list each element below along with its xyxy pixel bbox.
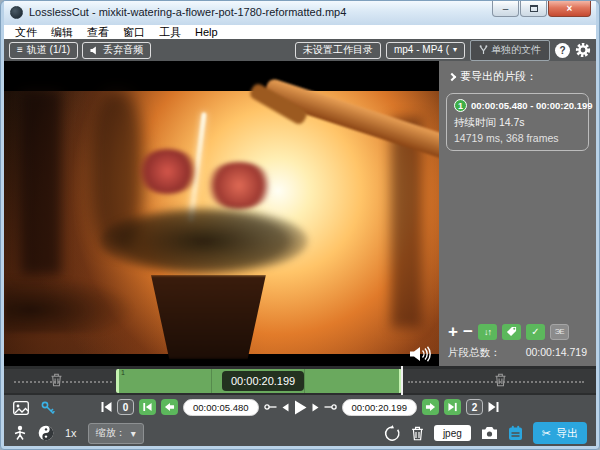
export-button[interactable]: ✂ 导出 [533,422,587,444]
screenshot-mode-icon[interactable] [13,401,29,415]
timeline[interactable]: 1 00:00:20.199 [4,366,596,395]
chevron-down-icon: ▾ [131,428,136,439]
app-window: LosslessCut - mixkit-watering-a-flower-p… [0,0,600,450]
timeline-track[interactable]: 1 00:00:20.199 [4,369,596,393]
trash-icon [494,373,507,387]
total-segments-value: 00:00:14.719 [526,346,587,360]
flower [135,149,200,194]
flower-pot [143,275,274,359]
window-title: LosslessCut - mixkit-watering-a-flower-p… [29,6,346,18]
speaker-mute-icon [90,46,99,55]
key-left-icon[interactable] [264,402,277,412]
scissors-icon: ✂ [542,427,551,440]
maximize-icon [530,5,538,12]
jump-end-button[interactable]: 2 [466,399,483,415]
select-segments-button[interactable]: ✓ [526,324,545,340]
label-segment-button[interactable] [502,324,521,340]
segments-header[interactable]: 要导出的片段： [439,61,596,88]
video-frame [4,91,439,354]
segment-details: 14719 ms, 368 frames [454,132,581,144]
timeline-zoom-dropdown[interactable]: 缩放： ▾ [88,423,144,444]
bottom-bar: 1x 缩放： ▾ jpeg ✂ [4,420,596,446]
person-icon[interactable] [13,425,27,441]
title-bar[interactable]: LosslessCut - mixkit-watering-a-flower-p… [4,1,596,25]
segment-start-field[interactable]: 00:00:05.480 [183,399,258,416]
separate-files-toggle[interactable]: 单独的文件 [470,40,550,61]
jump-file-start-icon[interactable] [101,401,112,413]
set-segment-start-button[interactable] [161,399,178,415]
trash-icon [50,373,63,387]
yin-yang-icon[interactable] [38,425,54,441]
tag-icon [506,326,517,337]
jump-file-end-icon[interactable] [488,401,499,413]
segment-card[interactable]: 1 00:00:05.480 - 00:00:20.199 持续时间 14.7s… [446,93,589,151]
jump-zero-button[interactable]: 0 [117,399,134,415]
sort-segments-button[interactable]: ↓↑ [478,324,497,340]
tracks-button[interactable]: ≡ 轨道 (1/1) [9,42,78,59]
flower [204,162,274,209]
hamburger-icon: ≡ [17,45,23,55]
chevron-right-icon [448,72,456,80]
total-segments-label: 片段总数： [448,346,501,360]
gear-icon[interactable] [575,42,591,58]
current-time-tooltip: 00:00:20.199 [222,371,304,391]
menu-file[interactable]: 文件 [9,25,43,39]
seek-prev-keyframe-button[interactable] [139,399,156,415]
segment-actions: + − ↓↑ ✓ ЭЕ [439,323,596,340]
set-segment-end-button[interactable] [422,399,439,415]
sort-icon: ↓↑ [484,327,491,337]
segment-mode-icon: ЭЕ [555,327,564,336]
capture-format-button[interactable]: jpeg [434,425,471,441]
keyframe-toggle-icon[interactable] [41,401,55,415]
segment-number-badge: 1 [454,99,467,112]
prev-frame-icon[interactable] [282,403,289,412]
maximize-button[interactable] [520,1,547,17]
fork-icon [479,45,488,55]
segment-range: 00:00:05.480 - 00:00:20.199 [471,100,592,111]
playback-speed: 1x [65,427,77,439]
menu-tools[interactable]: 工具 [153,25,187,39]
menu-window[interactable]: 窗口 [117,25,151,39]
remove-segment-button[interactable]: − [463,323,473,340]
toolbar: ≡ 轨道 (1/1) 丢弃音频 未设置工作目录 mp4 - MP4 ( ▾ [4,39,596,61]
seek-next-keyframe-button[interactable] [444,399,461,415]
app-icon [10,6,23,19]
rotate-icon[interactable] [384,425,401,442]
menu-bar: 文件 编辑 查看 窗口 工具 Help [4,25,596,39]
close-button[interactable]: × [548,1,591,17]
key-right-icon[interactable] [324,402,337,412]
menu-edit[interactable]: 编辑 [45,25,79,39]
segment-mode-button[interactable]: ЭЕ [550,324,569,340]
playhead[interactable] [401,366,403,395]
minimize-button[interactable]: – [492,1,519,17]
menu-help[interactable]: Help [189,25,224,39]
leaves [100,207,309,275]
segment-duration: 持续时间 14.7s [454,116,581,130]
segment-index-label: 1 [121,369,125,376]
transport-bar: 0 00:00:05.480 [4,395,596,420]
chevron-down-icon: ▾ [453,46,457,54]
segment-end-field[interactable]: 00:00:20.199 [342,399,417,416]
minimize-icon: – [503,4,509,14]
close-icon: × [567,4,573,14]
check-icon: ✓ [531,326,539,337]
help-button[interactable]: ? [555,43,570,58]
camera-icon[interactable] [481,426,498,440]
menu-view[interactable]: 查看 [81,25,115,39]
trash-icon[interactable] [411,426,424,441]
play-button[interactable] [294,400,307,415]
segments-panel: 要导出的片段： 1 00:00:05.480 - 00:00:20.199 持续… [439,61,596,366]
next-frame-icon[interactable] [312,403,319,412]
video-preview[interactable] [4,61,439,366]
working-dir-button[interactable]: 未设置工作目录 [295,42,381,59]
output-format-dropdown[interactable]: mp4 - MP4 ( ▾ [386,42,465,59]
add-segment-button[interactable]: + [448,323,458,340]
segment-list-icon[interactable] [508,425,523,441]
volume-icon[interactable] [409,345,431,363]
discard-audio-button[interactable]: 丢弃音频 [82,42,151,59]
